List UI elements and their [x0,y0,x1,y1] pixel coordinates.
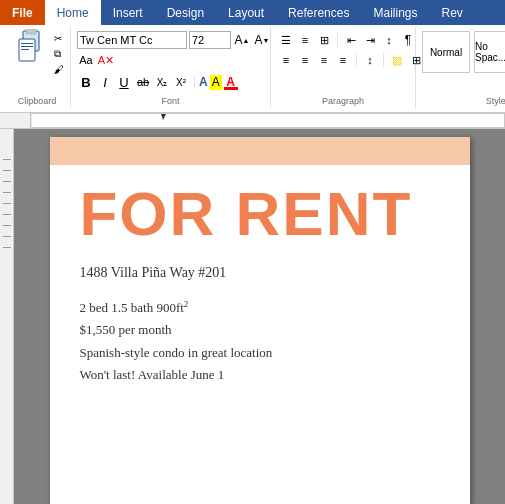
highlight-color-button[interactable]: A [209,75,223,90]
ruler [30,113,505,128]
svg-marker-7 [161,114,166,120]
decrease-indent-button[interactable]: ⇤ [342,31,360,49]
format-painter-button[interactable]: 🖌 [54,64,64,75]
styles-group: Normal No Spac... Heading 1 Styles [416,27,505,108]
tab-mailings[interactable]: Mailings [361,0,429,25]
font-label: Font [71,96,270,106]
change-case-button[interactable]: Aa [77,51,95,69]
for-rent-title: FOR RENT [80,183,440,245]
decrease-font-button[interactable]: A▼ [253,31,271,49]
detail-line-1: 2 bed 1.5 bath 900ft2 [80,297,440,319]
details-text: 2 bed 1.5 bath 900ft2 $1,550 per month S… [80,297,440,386]
align-left-button[interactable]: ≡ [277,51,295,69]
address-text: 1488 Villa Piña Way #201 [80,265,440,281]
shading-button[interactable]: ▧ [388,51,406,69]
no-spacing-style[interactable]: No Spac... [474,31,505,73]
svg-rect-3 [21,43,33,44]
document-area: FOR RENT 1488 Villa Piña Way #201 2 bed … [0,129,505,504]
multilevel-list-button[interactable]: ⊞ [315,31,333,49]
page-banner [50,137,470,165]
detail-line-3: Spanish-style condo in great location [80,342,440,364]
subscript-button[interactable]: X₂ [153,73,171,91]
sort-button[interactable]: ↕ [380,31,398,49]
detail-line-4: Won't last! Available June 1 [80,364,440,386]
font-name-input[interactable] [77,31,187,49]
text-effects-button[interactable]: A [199,75,208,89]
clipboard-label: Clipboard [4,96,70,106]
tab-rev[interactable]: Rev [429,0,474,25]
line-spacing-button[interactable]: ↕ [361,51,379,69]
align-right-button[interactable]: ≡ [315,51,333,69]
increase-indent-button[interactable]: ⇥ [361,31,379,49]
normal-style[interactable]: Normal [422,31,470,73]
detail-line-2: $1,550 per month [80,319,440,341]
bullets-button[interactable]: ☰ [277,31,295,49]
paste-button[interactable] [10,29,52,75]
ribbon-tabs: File Home Insert Design Layout Reference… [0,0,505,25]
increase-font-button[interactable]: A▲ [233,31,251,49]
tab-design[interactable]: Design [155,0,216,25]
tab-file[interactable]: File [0,0,45,25]
font-color-button[interactable]: A [224,75,238,90]
justify-button[interactable]: ≡ [334,51,352,69]
styles-label: Styles [416,96,505,106]
tab-home[interactable]: Home [45,0,101,25]
font-group: A▲ A▼ Aa A✕ B I U ab X₂ X² A A [71,27,271,108]
tab-insert[interactable]: Insert [101,0,155,25]
superscript-button[interactable]: X² [172,73,190,91]
cut-button[interactable]: ✂ [54,33,64,44]
underline-button[interactable]: U [115,73,133,91]
clipboard-group: ✂ ⧉ 🖌 Clipboard [4,27,71,108]
numbering-button[interactable]: ≡ [296,31,314,49]
svg-rect-1 [26,29,36,34]
left-margin [0,129,14,504]
bold-button[interactable]: B [77,73,95,91]
paragraph-group: ☰ ≡ ⊞ ⇤ ⇥ ↕ ¶ ≡ ≡ ≡ ≡ ↕ ▧ ⊞ Paragraph [271,27,416,108]
tab-layout[interactable]: Layout [216,0,276,25]
page-wrapper: FOR RENT 1488 Villa Piña Way #201 2 bed … [14,129,505,504]
svg-rect-4 [21,46,33,47]
copy-button[interactable]: ⧉ [54,48,64,60]
align-center-button[interactable]: ≡ [296,51,314,69]
strikethrough-button[interactable]: ab [134,73,152,91]
document-page: FOR RENT 1488 Villa Piña Way #201 2 bed … [50,137,470,504]
ribbon-toolbar: ✂ ⧉ 🖌 Clipboard A▲ A▼ Aa A✕ B I U ab [0,25,505,113]
font-size-input[interactable] [189,31,231,49]
clear-format-button[interactable]: A✕ [97,51,115,69]
svg-rect-5 [21,49,29,50]
ruler-area [0,113,505,129]
tab-references[interactable]: References [276,0,361,25]
italic-button[interactable]: I [96,73,114,91]
paragraph-label: Paragraph [271,96,415,106]
show-marks-button[interactable]: ¶ [399,31,417,49]
page-content: FOR RENT 1488 Villa Piña Way #201 2 bed … [50,165,470,406]
